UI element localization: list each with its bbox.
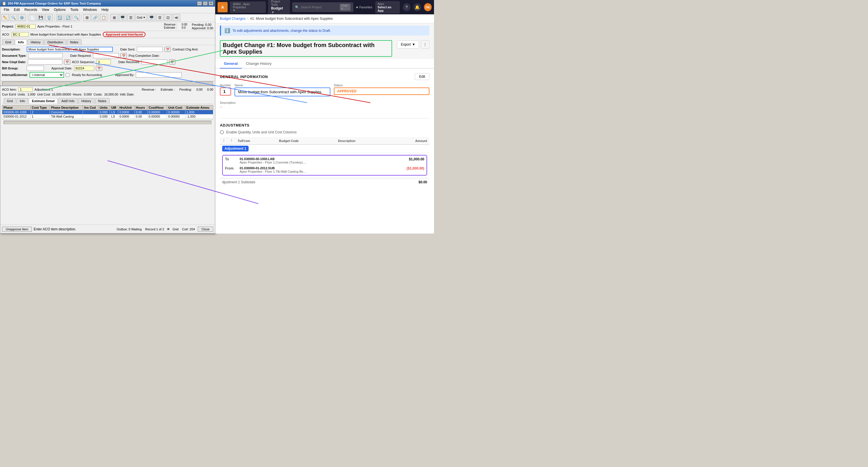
approved-by-input[interactable] bbox=[136, 72, 182, 77]
aco-tab-addl-info[interactable]: Add'l Info bbox=[58, 98, 78, 104]
tool-list[interactable]: ☰ bbox=[127, 14, 135, 21]
date-sent-input[interactable] bbox=[137, 47, 163, 52]
help-button[interactable]: ? bbox=[403, 3, 410, 11]
web-tab-general[interactable]: General bbox=[220, 59, 242, 69]
tool-grid[interactable]: ⊞ bbox=[83, 14, 91, 21]
aco-item-input[interactable] bbox=[19, 87, 33, 92]
cell-cost-type: 2 bbox=[30, 110, 50, 114]
adjustment-row-to: To 01.030000-00-1000.LAB Apex Properties… bbox=[220, 153, 429, 178]
apps-block[interactable]: Apps Select an App bbox=[375, 1, 400, 13]
tool-delete[interactable]: 🗑️ bbox=[45, 14, 53, 21]
tool-settings[interactable]: ⚙️ bbox=[18, 14, 26, 21]
grid-horizontal-scrollbar[interactable] bbox=[4, 121, 212, 124]
tool-attach[interactable]: 🔗 bbox=[92, 14, 99, 21]
tool-refresh[interactable]: 🔄 bbox=[64, 14, 72, 21]
notifications-button[interactable]: 🔔 bbox=[413, 3, 421, 11]
name-value: Move budget from Subcontract with Apex S… bbox=[235, 88, 330, 96]
ready-for-accounting-checkbox[interactable] bbox=[66, 73, 69, 77]
date-received-calendar-btn[interactable]: 📅 bbox=[169, 59, 175, 65]
tool-monitor[interactable]: 🖥️ bbox=[148, 14, 155, 21]
tool-save[interactable]: 💾 bbox=[37, 14, 44, 21]
aco-tab-estimate-detail[interactable]: Estimate Detail bbox=[29, 98, 58, 104]
menu-options[interactable]: Options bbox=[52, 7, 68, 12]
close-button[interactable]: ✕ bbox=[209, 1, 213, 5]
menu-records[interactable]: Records bbox=[22, 7, 40, 12]
adjustment-name-row: Adjustment 1 bbox=[220, 144, 429, 153]
maximize-button[interactable]: □ bbox=[203, 1, 208, 5]
date-required-calendar-btn[interactable]: 📅 bbox=[121, 53, 127, 58]
menu-tools[interactable]: Tools bbox=[68, 7, 81, 12]
tool-print[interactable]: 📄 bbox=[29, 14, 36, 21]
bottom-bar: Unapprove Item Enter ACO item descriptio… bbox=[0, 225, 215, 233]
date-sent-calendar-btn[interactable]: 📅 bbox=[164, 47, 171, 52]
project-tools-label: Project Tools bbox=[271, 0, 287, 6]
unit-cost-label: Unit Cost bbox=[37, 93, 50, 96]
aco-tab-info[interactable]: Info bbox=[17, 98, 28, 104]
project-code-field[interactable] bbox=[16, 24, 36, 29]
tool-copy[interactable]: 📋 bbox=[100, 14, 107, 21]
minimize-button[interactable]: ─ bbox=[197, 1, 202, 5]
tool-undo[interactable]: ↩️ bbox=[56, 14, 63, 21]
menu-file[interactable]: File bbox=[1, 7, 11, 12]
tool-back[interactable]: ≪ bbox=[173, 14, 180, 21]
tool-display[interactable]: 🖥️ bbox=[119, 14, 126, 21]
export-button[interactable]: Export ▼ bbox=[397, 40, 419, 48]
tab-distribution[interactable]: Distribution bbox=[44, 39, 66, 45]
approval-date-input[interactable] bbox=[74, 66, 94, 71]
date-received-input[interactable] bbox=[142, 59, 167, 65]
adj-amount-from: ($1,000.00) bbox=[407, 166, 424, 170]
date-sent-label: Date Sent: bbox=[120, 47, 135, 51]
horizontal-scrollbar[interactable] bbox=[2, 81, 213, 85]
aco-code-field[interactable] bbox=[11, 32, 29, 37]
cmpl-calendar-btn[interactable]: 📅 bbox=[64, 59, 70, 65]
tool-open[interactable]: 🔍 bbox=[10, 14, 17, 21]
project-selector[interactable]: 46802 - Apex Properties ▼ bbox=[230, 1, 266, 13]
date-required-input[interactable] bbox=[93, 53, 119, 58]
favorites-button[interactable]: ★ Favorites bbox=[355, 5, 372, 9]
table-row[interactable]: 030000-01-2012 1 Tilt-Wall Casting 0.000… bbox=[2, 114, 213, 119]
aco-tab-history[interactable]: History bbox=[79, 98, 94, 104]
rev-val: 0.00 bbox=[182, 23, 187, 26]
project-selector-label: 46802 - Apex Properties bbox=[233, 3, 263, 9]
doctype-input[interactable] bbox=[28, 53, 63, 58]
close-button[interactable]: Close bbox=[198, 227, 213, 232]
tool-search[interactable]: 🔍 bbox=[73, 14, 80, 21]
tool-list2[interactable]: ☰ bbox=[156, 14, 164, 21]
enable-qty-label: Enable Quantity, Units and Unit Cost Col… bbox=[226, 130, 297, 134]
enable-qty-radio[interactable] bbox=[220, 130, 224, 134]
more-options-button[interactable]: ⋮ bbox=[421, 40, 429, 49]
costs-val: 16,000.00 bbox=[104, 93, 118, 96]
aco-tab-notes[interactable]: Notes bbox=[95, 98, 110, 104]
tab-grid[interactable]: Grid bbox=[2, 39, 14, 45]
tab-notes-top[interactable]: Notes bbox=[67, 39, 82, 45]
unapprove-item-button[interactable]: Unapprove Item bbox=[2, 227, 32, 232]
table-row[interactable]: 030000-00-1000 2 Concrete 0.000 LS 0.000… bbox=[2, 110, 213, 114]
project-tools-block[interactable]: Project Tools Budget ▼ bbox=[268, 0, 290, 15]
aco-tab-grid[interactable]: Grid bbox=[4, 98, 16, 104]
new-cmpl-input[interactable] bbox=[28, 59, 62, 65]
cell-phase: 030000-00-1000 bbox=[2, 110, 31, 114]
desc-label: Description bbox=[220, 101, 429, 104]
web-tab-change-history[interactable]: Change History bbox=[242, 59, 276, 69]
breadcrumb-parent[interactable]: Budget Changes bbox=[220, 16, 245, 21]
menu-help[interactable]: Help bbox=[99, 7, 111, 12]
description-input[interactable] bbox=[27, 47, 113, 52]
cell-ins-cod bbox=[83, 114, 98, 119]
tool-box[interactable]: ⊡ bbox=[164, 14, 172, 21]
user-avatar[interactable]: DE bbox=[424, 3, 432, 11]
edit-button[interactable]: Edit bbox=[415, 73, 429, 80]
tab-info[interactable]: Info bbox=[15, 39, 27, 45]
tool-grid2[interactable]: Grid ▼ bbox=[135, 14, 147, 21]
search-input[interactable] bbox=[301, 5, 338, 9]
table-row-new[interactable] bbox=[2, 119, 213, 120]
internal-select[interactable]: I-Internal bbox=[30, 72, 64, 78]
tool-new[interactable]: ✏️ bbox=[1, 14, 9, 21]
menu-view[interactable]: View bbox=[40, 7, 52, 12]
aco-seq-input[interactable] bbox=[96, 59, 111, 65]
tool-view2[interactable]: ⊞ bbox=[111, 14, 118, 21]
menu-edit[interactable]: Edit bbox=[11, 7, 22, 12]
menu-windows[interactable]: Windows bbox=[81, 7, 99, 12]
bill-group-input[interactable] bbox=[27, 66, 44, 71]
tab-history[interactable]: History bbox=[28, 39, 43, 45]
approval-date-calendar-btn[interactable]: 📅 bbox=[96, 66, 102, 71]
